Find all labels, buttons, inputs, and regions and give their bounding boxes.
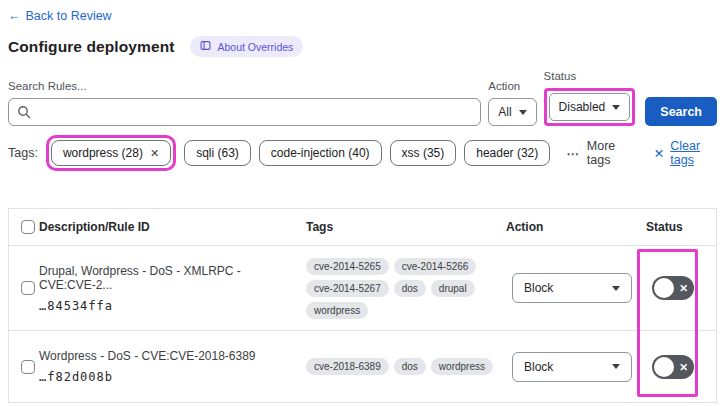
clear-tags-label: Clear tags <box>670 139 717 167</box>
tag-pill: cve-2014-5265 <box>306 258 389 275</box>
remove-tag-icon[interactable]: ✕ <box>150 148 159 159</box>
row-checkbox[interactable] <box>21 360 35 374</box>
tags-bar-label: Tags: <box>8 146 38 160</box>
column-header-status: Status <box>646 220 716 234</box>
tag-chip[interactable]: xss (35) <box>390 140 457 166</box>
back-link-label: Back to Review <box>26 9 112 23</box>
action-select[interactable]: Block <box>512 273 632 303</box>
tag-pill: cve-2014-5266 <box>394 258 477 275</box>
column-header-tags: Tags <box>306 220 506 234</box>
tag-chip-list: sqli (63)code-injection (40)xss (35)head… <box>184 140 550 166</box>
status-toggle-off[interactable]: ✕ <box>652 355 694 379</box>
toggle-x-icon: ✕ <box>679 282 688 294</box>
action-select[interactable]: Block <box>512 352 632 382</box>
tag-pill: dos <box>394 358 426 375</box>
tag-chip[interactable]: sqli (63) <box>184 140 251 166</box>
about-overrides-badge[interactable]: About Overrides <box>190 36 303 57</box>
about-overrides-label: About Overrides <box>217 41 293 53</box>
tag-pill: cve-2014-5267 <box>306 280 389 297</box>
table-body: Drupal, Wordpress - DoS - XMLRPC - CVE:C… <box>9 245 716 402</box>
more-tags-button[interactable]: ⋯ More tags <box>566 139 631 167</box>
status-filter-annotation-highlight: Disabled <box>544 88 636 126</box>
table-header-row: Description/Rule ID Tags Action Status <box>9 209 716 245</box>
status-filter-dropdown[interactable]: Disabled <box>549 93 631 121</box>
tag-pill: wordpress <box>431 358 493 375</box>
chevron-down-icon <box>612 105 620 110</box>
action-filter-value: All <box>498 105 511 119</box>
row-description: Drupal, Wordpress - DoS - XMLRPC - CVE:C… <box>39 264 292 292</box>
back-to-review-link[interactable]: ← Back to Review <box>8 9 112 23</box>
docs-book-icon <box>200 40 211 53</box>
tag-pill: drupal <box>431 280 475 297</box>
search-rules-label: Search Rules... <box>8 80 481 92</box>
tag-chip-wordpress[interactable]: wordpress (28) ✕ <box>51 140 171 166</box>
action-select-value: Block <box>524 360 553 374</box>
tag-chip-label: wordpress (28) <box>63 146 143 160</box>
row-checkbox[interactable] <box>21 281 35 295</box>
clear-tags-button[interactable]: ✕ Clear tags <box>654 139 717 167</box>
page-title: Configure deployment <box>8 38 174 56</box>
action-filter-label: Action <box>488 80 536 92</box>
more-tags-label: More tags <box>587 139 632 167</box>
status-toggle-off[interactable]: ✕ <box>652 276 694 300</box>
column-header-action: Action <box>506 220 646 234</box>
row-tags: cve-2014-5265cve-2014-5266cve-2014-5267d… <box>306 258 504 319</box>
toggle-knob <box>654 278 674 298</box>
table-row: Wordpress - DoS - CVE:CVE-2018-6389 …f82… <box>9 330 716 402</box>
toggle-x-icon: ✕ <box>679 360 688 372</box>
rules-table: Description/Rule ID Tags Action Status D… <box>8 208 717 403</box>
search-rules-input[interactable] <box>8 98 481 126</box>
tag-chip[interactable]: header (32) <box>464 140 550 166</box>
table-row: Drupal, Wordpress - DoS - XMLRPC - CVE:C… <box>9 245 716 330</box>
back-arrow-icon: ← <box>8 9 21 23</box>
row-description: Wordpress - DoS - CVE:CVE-2018-6389 <box>39 349 292 363</box>
row-rule-id: …84534ffa <box>39 299 292 313</box>
action-select-value: Block <box>524 281 553 295</box>
select-all-checkbox[interactable] <box>21 220 35 234</box>
tag-pill: wordpress <box>306 302 368 319</box>
close-icon: ✕ <box>654 146 664 161</box>
status-filter-value: Disabled <box>559 100 606 114</box>
action-filter-dropdown[interactable]: All <box>488 98 536 126</box>
tag-pill: cve-2018-6389 <box>306 358 389 375</box>
status-filter-label: Status <box>544 70 636 82</box>
search-button[interactable]: Search <box>645 97 717 126</box>
row-rule-id: …f82d008b <box>39 370 292 384</box>
chevron-down-icon <box>612 364 620 369</box>
row-tags: cve-2018-6389doswordpress <box>306 358 504 375</box>
ellipsis-icon: ⋯ <box>566 146 580 161</box>
selected-tag-annotation-highlight: wordpress (28) ✕ <box>46 135 176 171</box>
tag-pill: dos <box>394 280 426 297</box>
search-icon <box>17 105 31 119</box>
chevron-down-icon <box>612 286 620 291</box>
tag-chip[interactable]: code-injection (40) <box>259 140 382 166</box>
column-header-description: Description/Rule ID <box>39 220 306 234</box>
toggle-knob <box>654 357 674 377</box>
chevron-down-icon <box>519 110 527 115</box>
